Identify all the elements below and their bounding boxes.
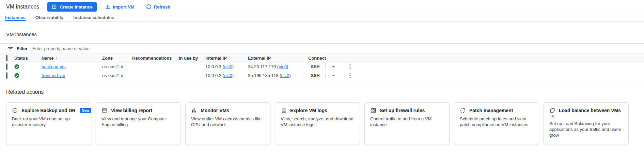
zone-cell: us-east1-b xyxy=(102,73,132,78)
column-header-name[interactable]: Name ↑ xyxy=(42,56,102,61)
vm-name-link[interactable]: backend-vm xyxy=(42,64,66,69)
ssh-button[interactable]: SSH xyxy=(311,73,320,78)
row-actions-menu[interactable] xyxy=(347,72,353,79)
vm-name-link[interactable]: frontend-vm xyxy=(42,73,65,78)
column-header-status[interactable]: Status xyxy=(14,56,42,61)
bar-chart-icon xyxy=(191,107,197,114)
connect-cell: SSH xyxy=(308,63,644,70)
tab-observability[interactable]: Observability xyxy=(35,14,63,21)
patch-icon xyxy=(460,107,466,114)
create-instance-button[interactable]: Create instance xyxy=(47,2,97,12)
load-balance-icon xyxy=(549,107,555,114)
import-vm-label: Import VM xyxy=(113,4,135,10)
chevron-down-icon xyxy=(332,75,335,77)
status-running-icon xyxy=(14,73,42,78)
card-load-balance-vms[interactable]: Load balance between VMs Set up Load Bal… xyxy=(544,102,629,145)
column-header-in-use-by[interactable]: In use by xyxy=(179,56,205,61)
row-actions-menu[interactable] xyxy=(347,63,353,70)
column-header-zone[interactable]: Zone xyxy=(102,56,132,61)
nic-link[interactable]: nic0 xyxy=(224,73,232,78)
filter-label: Filter xyxy=(17,46,28,51)
add-box-icon xyxy=(51,4,57,10)
ssh-options-dropdown[interactable] xyxy=(330,73,336,78)
ssh-options-dropdown[interactable] xyxy=(330,64,336,69)
select-all-checkbox[interactable] xyxy=(6,55,7,61)
filter-input[interactable] xyxy=(32,46,644,51)
card-view-billing-report[interactable]: View billing report View and manage your… xyxy=(96,102,181,145)
internal-ip-cell: 10.0.0.2 (nic0) xyxy=(205,73,248,78)
filter-bar[interactable]: Filter xyxy=(0,43,644,54)
backup-dr-icon xyxy=(12,107,18,114)
tab-bar: Instances Observability Instance schedul… xyxy=(0,14,644,21)
status-running-icon xyxy=(14,64,42,69)
top-action-bar: VM instances Create instance Import VM xyxy=(0,0,644,14)
table-row: frontend-vm us-east1-b 10.0.0.2 (nic0) 3… xyxy=(0,71,644,80)
connect-cell: SSH xyxy=(308,72,644,79)
ssh-button[interactable]: SSH xyxy=(311,64,320,69)
zone-cell: us-east1-b xyxy=(102,64,132,69)
tab-instance-schedules[interactable]: Instance schedules xyxy=(73,14,114,21)
internal-ip-cell: 10.0.0.3 (nic0) xyxy=(205,64,248,69)
vm-table-panel: Filter Status Name ↑ Zone Recommendation… xyxy=(0,43,644,80)
tab-instance-schedules-label: Instance schedules xyxy=(73,15,114,20)
related-actions-title: Related actions xyxy=(0,80,644,95)
tab-instances[interactable]: Instances xyxy=(5,14,26,21)
tab-observability-label: Observability xyxy=(35,15,63,20)
row-checkbox[interactable] xyxy=(6,63,7,70)
filter-icon xyxy=(7,46,14,52)
nic-link[interactable]: nic0 xyxy=(281,73,289,78)
section-title: VM instances xyxy=(0,21,644,43)
new-badge: New xyxy=(80,108,92,113)
sort-ascending-icon[interactable]: ↑ xyxy=(56,56,58,61)
related-actions-cards: Explore Backup and DR New Back up your V… xyxy=(0,95,644,145)
table-row: backend-vm us-east1-b 10.0.0.3 (nic0) 34… xyxy=(0,62,644,71)
kebab-menu-icon xyxy=(349,64,351,70)
logs-icon xyxy=(281,107,287,114)
refresh-label: Refresh xyxy=(154,4,170,10)
row-checkbox[interactable] xyxy=(6,72,7,79)
column-header-internal-ip[interactable]: Internal IP xyxy=(205,56,248,61)
column-header-recommendations[interactable]: Recommendations xyxy=(132,56,179,61)
kebab-menu-icon xyxy=(349,73,351,78)
nic-link[interactable]: nic0 xyxy=(279,64,287,69)
table-header-row: Status Name ↑ Zone Recommendations In us… xyxy=(0,54,644,62)
card-explore-backup-dr[interactable]: Explore Backup and DR New Back up your V… xyxy=(6,102,91,145)
open-in-new-icon xyxy=(549,115,554,120)
import-download-icon xyxy=(105,4,110,10)
external-ip-cell: 34.23.117.170 (nic0) xyxy=(248,64,308,69)
tab-instances-label: Instances xyxy=(5,15,26,20)
external-ip-cell: 35.196.135.118 (nic0) xyxy=(248,73,308,78)
divider xyxy=(325,64,326,70)
refresh-button[interactable]: Refresh xyxy=(143,2,174,12)
nic-link[interactable]: nic0 xyxy=(224,64,232,69)
firewall-icon xyxy=(370,107,376,114)
card-explore-vm-logs[interactable]: Explore VM logs View, search, analyze, a… xyxy=(275,102,360,145)
divider xyxy=(325,73,326,79)
card-patch-management[interactable]: Patch management Schedule patch updates … xyxy=(454,102,539,145)
page-title: VM instances xyxy=(6,4,39,10)
column-header-external-ip[interactable]: External IP xyxy=(248,56,308,61)
card-monitor-vms[interactable]: Monitor VMs View outlier VMs across metr… xyxy=(185,102,270,145)
column-header-connect: Connect xyxy=(308,56,644,61)
billing-card-icon xyxy=(101,107,108,114)
chevron-down-icon xyxy=(332,66,335,68)
card-set-up-firewall-rules[interactable]: Set up firewall rules Control traffic to… xyxy=(364,102,450,145)
import-vm-button[interactable]: Import VM xyxy=(101,2,138,12)
refresh-icon xyxy=(146,4,152,10)
create-instance-label: Create instance xyxy=(60,4,93,10)
